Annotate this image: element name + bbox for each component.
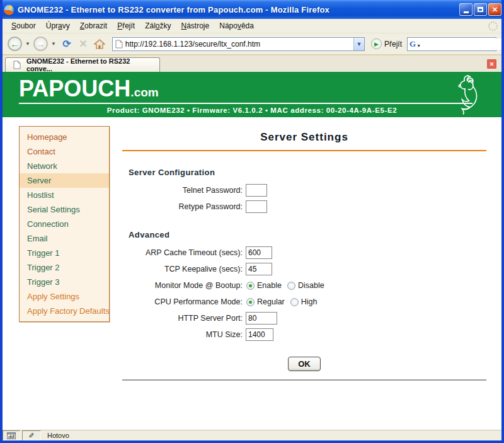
monitor-mode-enable-label: Enable	[257, 281, 282, 290]
sidebar-item-apply-factory-defaults[interactable]: Apply Factory Defaults	[20, 304, 109, 318]
logo-main-text: PAPOUCH	[19, 76, 130, 101]
parrot-icon	[447, 73, 484, 116]
arp-cache-timeout-input[interactable]	[246, 246, 272, 259]
compose-well[interactable]: ✎	[22, 430, 41, 440]
tcp-keepalive-input[interactable]	[246, 263, 272, 275]
tab-page-icon	[13, 60, 21, 69]
stop-icon: ✕	[79, 38, 87, 50]
telnet-password-label: Telnet Password:	[122, 186, 246, 195]
stop-button[interactable]: ✕	[76, 37, 91, 52]
forward-dropdown[interactable]: ▼	[49, 41, 58, 47]
section-advanced: Advanced	[129, 230, 486, 239]
chevron-down-icon: ▼	[357, 41, 362, 47]
sidebar-item-email[interactable]: Email	[20, 231, 109, 246]
tab-gnome232[interactable]: GNOME232 - Ethernet to RS232 conve...	[5, 57, 160, 72]
cpu-performance-high-radio[interactable]	[290, 298, 299, 306]
sidebar-item-apply-settings[interactable]: Apply Settings	[20, 289, 109, 304]
back-arrow-icon: ←	[11, 40, 20, 49]
pencil-icon: ✎	[28, 432, 34, 439]
product-info: Product: GNOME232 • Firmware: V6.1.0.2 •…	[3, 106, 501, 114]
menu-zalozky[interactable]: Záložky	[140, 20, 176, 32]
tab-bar: GNOME232 - Ethernet to RS232 conve... ✕	[3, 55, 501, 72]
reload-button[interactable]: ⟳	[59, 37, 74, 52]
maximize-icon	[478, 7, 483, 12]
sidebar-item-hostlist[interactable]: Hostlist	[20, 188, 109, 202]
sidebar-item-server[interactable]: Server	[20, 173, 109, 188]
telnet-password-input[interactable]	[246, 184, 267, 197]
advanced-rows: ARP Cache Timeout (secs): TCP Keepalive …	[122, 245, 486, 343]
http-server-port-input[interactable]	[246, 312, 277, 325]
menu-nastroje[interactable]: Nástroje	[176, 20, 215, 32]
google-icon[interactable]: G	[410, 39, 416, 49]
monitor-mode-disable-radio[interactable]	[287, 282, 295, 290]
close-tab-button[interactable]: ✕	[487, 59, 496, 69]
sidebar-item-serial-settings[interactable]: Serial Settings	[20, 202, 109, 217]
forward-button[interactable]: →	[33, 37, 48, 51]
window-title: GNOME232 - Ethernet to RS232 converter f…	[18, 5, 459, 14]
sidebar-item-network[interactable]: Network	[20, 159, 109, 173]
bottom-divider	[122, 379, 486, 381]
bookmarks-panel-icon	[7, 432, 16, 439]
titlebar: GNOME232 - Ethernet to RS232 converter f…	[0, 0, 504, 19]
cpu-performance-regular-label: Regular	[257, 297, 285, 306]
url-dropdown-button[interactable]: ▼	[353, 38, 364, 50]
menu-napoveda[interactable]: Nápověda	[214, 20, 259, 32]
papouch-logo: PAPOUCH.com	[19, 76, 159, 102]
arp-cache-timeout-label: ARP Cache Timeout (secs):	[122, 248, 246, 257]
monitor-mode-enable-radio[interactable]	[246, 282, 255, 290]
reload-icon: ⟳	[62, 38, 71, 50]
retype-password-label: Retype Password:	[122, 202, 246, 211]
sidebar-item-homepage[interactable]: Homepage	[20, 130, 109, 144]
form-row-monitor-mode: Monitor Mode @ Bootup: Enable Disable	[122, 277, 486, 294]
search-engine-dropdown-icon[interactable]: ▼	[416, 43, 421, 48]
retype-password-input[interactable]	[246, 200, 267, 213]
search-input[interactable]	[422, 38, 504, 50]
menu-zobrazit[interactable]: Zobrazit	[75, 20, 112, 32]
page-body: Homepage Contact Network Server Hostlist…	[3, 117, 501, 430]
sidebar-item-connection[interactable]: Connection	[20, 217, 109, 231]
form-row-arp-cache-timeout: ARP Cache Timeout (secs):	[122, 245, 486, 261]
page-viewport: PAPOUCH.com Product: GNOME232 • Firmware…	[3, 72, 501, 430]
menu-prejit[interactable]: Přejít	[112, 20, 140, 32]
back-button[interactable]: ←	[8, 37, 22, 51]
menu-upravy[interactable]: Úpravy	[41, 20, 75, 32]
url-input[interactable]	[125, 38, 353, 50]
back-dropdown[interactable]: ▼	[23, 41, 32, 47]
title-divider	[122, 150, 486, 151]
section-server-configuration: Server Configuration	[129, 168, 486, 177]
server-config-rows: Telnet Password: Retype Password:	[122, 182, 486, 215]
sidebar-toggle-well[interactable]	[3, 430, 20, 440]
menu-soubor[interactable]: Soubor	[6, 20, 41, 32]
sidebar-item-trigger-2[interactable]: Trigger 2	[20, 260, 109, 275]
ok-button-row: OK	[122, 357, 486, 371]
status-text: Hotovo	[47, 432, 69, 439]
logo-underline	[19, 103, 472, 104]
sidebar-item-contact[interactable]: Contact	[20, 144, 109, 159]
maximize-button[interactable]	[474, 3, 487, 16]
http-server-port-label: HTTP Server Port:	[122, 314, 246, 323]
monitor-mode-label: Monitor Mode @ Bootup:	[122, 281, 246, 290]
ok-button[interactable]: OK	[288, 357, 321, 371]
form-row-telnet-password: Telnet Password:	[122, 182, 486, 198]
mtu-size-input[interactable]	[246, 328, 273, 341]
sidebar-menu: Homepage Contact Network Server Hostlist…	[19, 126, 110, 322]
site-header: PAPOUCH.com Product: GNOME232 • Firmware…	[3, 72, 501, 117]
tab-label: GNOME232 - Ethernet to RS232 conve...	[26, 57, 154, 72]
monitor-mode-disable-label: Disable	[298, 281, 324, 290]
minimize-button[interactable]	[459, 3, 472, 16]
tcp-keepalive-label: TCP Keepalive (secs):	[122, 265, 246, 273]
window-controls: ✕	[459, 3, 501, 16]
main-content: Server Settings Server Configuration Tel…	[122, 126, 486, 381]
form-row-mtu-size: MTU Size:	[122, 326, 486, 343]
close-button[interactable]: ✕	[488, 3, 501, 16]
sidebar-item-trigger-3[interactable]: Trigger 3	[20, 275, 109, 289]
form-row-tcp-keepalive: TCP Keepalive (secs):	[122, 261, 486, 277]
navigation-toolbar: ← ▼ → ▼ ⟳ ✕ ▼ ▶ Přejít G ▼	[3, 33, 501, 55]
cpu-performance-regular-radio[interactable]	[246, 298, 255, 306]
search-bar: G ▼	[407, 37, 496, 51]
go-button[interactable]: ▶ Přejít	[370, 38, 406, 49]
sidebar-item-trigger-1[interactable]: Trigger 1	[20, 246, 109, 260]
home-button[interactable]	[92, 37, 107, 52]
go-arrow-icon: ▶	[371, 38, 382, 49]
close-icon: ✕	[492, 6, 498, 14]
